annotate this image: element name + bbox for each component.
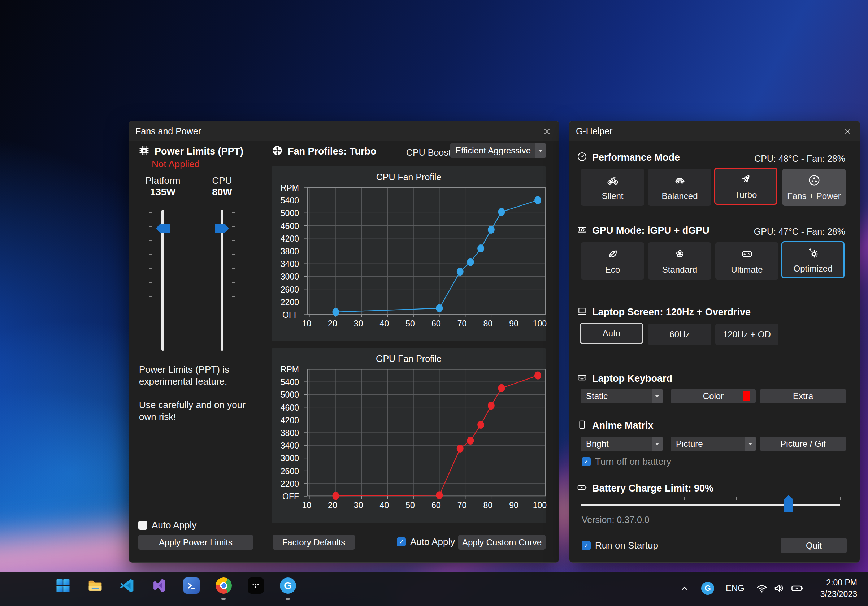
- fan-curve-point[interactable]: [467, 437, 474, 445]
- y-tick-label: 3000: [271, 272, 299, 282]
- fan-curve-point[interactable]: [477, 421, 484, 429]
- cpu-boost-dropdown[interactable]: Efficient Aggressive: [450, 143, 546, 158]
- fan-curve-point[interactable]: [535, 196, 541, 204]
- gpu-tile-eco[interactable]: Eco: [581, 242, 644, 279]
- tray-speaker-icon[interactable]: [772, 581, 786, 595]
- screen-tile-60hz[interactable]: 60Hz: [648, 324, 711, 345]
- fan-curve-point[interactable]: [467, 258, 474, 266]
- run-on-startup-checkbox[interactable]: ✓ Run on Startup: [582, 540, 658, 551]
- tray-chevron-up-icon[interactable]: [678, 580, 691, 596]
- gpu-tile-optimized[interactable]: Optimized: [781, 241, 845, 279]
- fan-curve-point[interactable]: [457, 268, 463, 276]
- fan-curve-point[interactable]: [436, 304, 443, 312]
- platform-label: Platform: [138, 175, 188, 186]
- y-tick-label: 2200: [271, 298, 299, 307]
- tray-language-indicator[interactable]: ENG: [724, 580, 746, 596]
- fan-curve-point[interactable]: [535, 372, 541, 380]
- chevron-down-icon: [535, 143, 546, 158]
- fan-curve-svg[interactable]: [304, 188, 549, 320]
- y-tick-label: 4600: [271, 403, 299, 413]
- ghelper-titlebar[interactable]: G-Helper: [569, 121, 860, 141]
- color-swatch[interactable]: [743, 392, 750, 401]
- fan-curve-point[interactable]: [457, 445, 463, 453]
- fan-curve-svg[interactable]: [304, 369, 549, 502]
- fans-window-titlebar[interactable]: Fans and Power: [129, 121, 559, 141]
- x-tick-label: 20: [324, 319, 341, 329]
- tray-wifi-icon[interactable]: [755, 581, 769, 595]
- chart-plot-area[interactable]: RPM540050004600420038003400300026002200O…: [271, 188, 546, 339]
- taskbar-ghelper-icon[interactable]: G: [277, 578, 298, 601]
- power-auto-apply-checkbox[interactable]: Auto Apply: [138, 520, 197, 531]
- curve-auto-apply-checkbox[interactable]: ✓ Auto Apply: [397, 536, 455, 547]
- tray-ghelper-icon[interactable]: G: [701, 582, 714, 595]
- fan-curve-point[interactable]: [498, 208, 505, 216]
- taskbar-tidal-icon[interactable]: [245, 578, 266, 601]
- desktop: Fans and Power Power Limits (PPT) Not Ap…: [0, 0, 868, 606]
- screen-tile-120hz-od[interactable]: 120Hz + OD: [715, 324, 778, 345]
- leaf-icon: [606, 247, 619, 262]
- fan-icon: [271, 145, 283, 158]
- x-tick-label: 60: [428, 319, 445, 329]
- tray-time: 2:00 PM: [820, 577, 857, 588]
- matrix-battery-checkbox[interactable]: ✓ Turn off on battery: [582, 456, 671, 467]
- fan-curve-point[interactable]: [498, 384, 505, 392]
- keyboard-extra-button[interactable]: Extra: [760, 389, 846, 403]
- screen-icon: [577, 306, 587, 318]
- apply-custom-curve-button[interactable]: Apply Custom Curve: [458, 535, 546, 550]
- fan-curve-point[interactable]: [488, 401, 494, 409]
- keyboard-mode-dropdown[interactable]: Static: [581, 389, 663, 403]
- checkbox-icon[interactable]: ✓: [582, 541, 591, 550]
- taskbar-vscode-icon[interactable]: [116, 578, 138, 601]
- gpu-tile-standard[interactable]: Standard: [648, 242, 711, 279]
- keyboard-color-button[interactable]: Color: [671, 389, 756, 403]
- screen-tile-auto[interactable]: Auto: [580, 322, 643, 344]
- fan-curve-point[interactable]: [488, 226, 494, 234]
- gpu-fan-chart[interactable]: GPU Fan Profile RPM540050004600420038003…: [271, 348, 546, 523]
- taskbar-visual-studio-icon[interactable]: [149, 578, 170, 601]
- taskbar-start-icon[interactable]: [52, 578, 73, 601]
- taskbar-explorer-icon[interactable]: [84, 578, 105, 601]
- x-tick-label: 20: [324, 501, 341, 510]
- tray-clock[interactable]: 2:00 PM 3/23/2023: [820, 577, 857, 600]
- matrix-content-dropdown[interactable]: Picture: [671, 437, 756, 451]
- taskbar-powershell-icon[interactable]: [181, 578, 202, 601]
- quit-button[interactable]: Quit: [781, 538, 847, 553]
- cpu-slider-ticks: [232, 212, 235, 350]
- platform-value: 135W: [138, 187, 188, 198]
- cpu-fan-chart[interactable]: CPU Fan Profile RPM540050004600420038003…: [271, 166, 546, 341]
- matrix-picture-gif-button[interactable]: Picture / Gif: [760, 437, 846, 451]
- battery-slider-track[interactable]: [581, 504, 840, 506]
- gpu-temp-status: GPU: 47°C - Fan: 28%: [754, 226, 845, 237]
- version-link[interactable]: Version: 0.37.0.0: [582, 515, 649, 525]
- checkbox-icon[interactable]: [138, 521, 147, 530]
- fan-curve-point[interactable]: [332, 492, 339, 500]
- fan-curve-point[interactable]: [332, 308, 339, 316]
- checkbox-icon[interactable]: ✓: [582, 457, 591, 466]
- taskbar-chrome-icon[interactable]: [213, 578, 234, 601]
- tray-date: 3/23/2023: [820, 588, 857, 600]
- perf-tile-turbo[interactable]: Turbo: [714, 167, 777, 205]
- y-tick-label: 3400: [271, 259, 299, 269]
- fan-curve-point[interactable]: [436, 491, 443, 499]
- apply-power-limits-button[interactable]: Apply Power Limits: [138, 535, 253, 550]
- chart-plot-area[interactable]: RPM540050004600420038003400300026002200O…: [271, 369, 546, 521]
- factory-defaults-button[interactable]: Factory Defaults: [273, 535, 355, 550]
- matrix-brightness-dropdown[interactable]: Bright: [581, 437, 663, 451]
- cpu-value: 80W: [197, 187, 247, 198]
- cpu-slider-thumb[interactable]: [215, 223, 229, 233]
- perf-tile-balanced[interactable]: Balanced: [648, 169, 711, 206]
- x-tick-label: 10: [298, 319, 315, 329]
- fan-curve-point[interactable]: [477, 245, 484, 253]
- gpu-tile-ultimate[interactable]: Ultimate: [715, 242, 778, 279]
- perf-tile-fans-power[interactable]: Fans + Power: [783, 169, 846, 206]
- running-indicator: [285, 598, 290, 600]
- checkbox-icon[interactable]: ✓: [397, 537, 406, 546]
- fans-and-power-window: Fans and Power Power Limits (PPT) Not Ap…: [129, 121, 559, 563]
- close-icon[interactable]: [842, 125, 854, 138]
- perf-tile-silent[interactable]: Silent: [581, 169, 644, 206]
- close-icon[interactable]: [541, 125, 553, 138]
- laptop-keyboard-header: Laptop Keyboard: [577, 372, 672, 384]
- tray-battery-icon[interactable]: [789, 581, 805, 595]
- car-icon: [673, 174, 687, 188]
- platform-slider-thumb[interactable]: [156, 223, 170, 233]
